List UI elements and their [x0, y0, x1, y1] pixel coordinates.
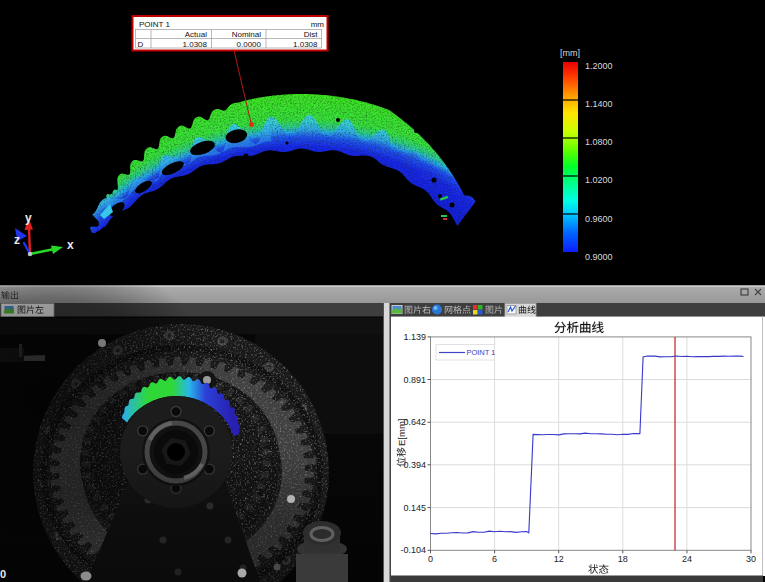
svg-text:1.0800: 1.0800 [585, 137, 613, 147]
svg-text:Actual: Actual [185, 30, 207, 39]
svg-text:6: 6 [492, 554, 497, 564]
svg-text:x: x [67, 238, 74, 252]
svg-text:0.891: 0.891 [403, 375, 426, 385]
svg-text:POINT 1: POINT 1 [139, 20, 171, 29]
svg-text:0.394: 0.394 [403, 460, 426, 470]
svg-text:-0.104: -0.104 [400, 545, 426, 555]
svg-text:0.0000: 0.0000 [237, 40, 262, 49]
svg-text:24: 24 [682, 554, 692, 564]
svg-text:y: y [25, 211, 32, 225]
svg-text:z: z [14, 233, 20, 247]
svg-text:1.0308: 1.0308 [293, 40, 318, 49]
svg-text:0.145: 0.145 [403, 503, 426, 513]
svg-text:E[mm]: E[mm] [396, 419, 407, 446]
svg-text:12: 12 [554, 554, 564, 564]
svg-text:18: 18 [618, 554, 628, 564]
svg-text:Dist: Dist [304, 30, 319, 39]
svg-text:1.2000: 1.2000 [585, 61, 613, 71]
svg-text:1.139: 1.139 [403, 332, 426, 342]
svg-text:POINT 1: POINT 1 [467, 348, 496, 357]
svg-text:0.9000: 0.9000 [585, 252, 613, 262]
svg-text:0.9600: 0.9600 [585, 214, 613, 224]
svg-text:mm: mm [311, 20, 325, 29]
svg-text:1.0308: 1.0308 [183, 40, 208, 49]
svg-text:1.0200: 1.0200 [585, 175, 613, 185]
svg-text:[mm]: [mm] [560, 48, 580, 58]
svg-text:30: 30 [746, 554, 756, 564]
svg-text:D: D [138, 40, 144, 49]
svg-text:0: 0 [428, 554, 433, 564]
svg-text:1.1400: 1.1400 [585, 99, 613, 109]
svg-text:Nominal: Nominal [232, 30, 262, 39]
svg-text:0: 0 [0, 568, 6, 580]
